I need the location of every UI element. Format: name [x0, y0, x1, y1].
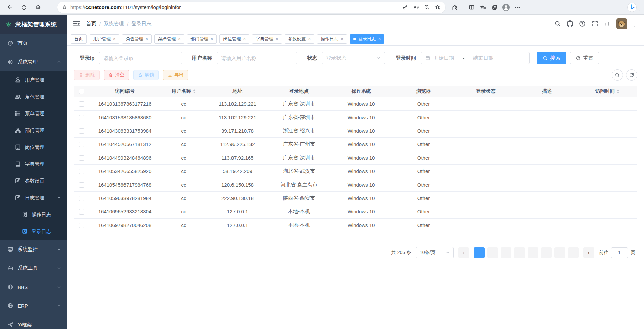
row-checkbox[interactable]: [79, 142, 84, 147]
row-checkbox[interactable]: [79, 223, 84, 228]
browser-home-button[interactable]: [32, 2, 44, 13]
column-header[interactable]: 用户名称: [160, 86, 207, 97]
zoom-out-icon[interactable]: [422, 3, 431, 12]
tab-close-icon[interactable]: ×: [146, 37, 148, 41]
row-checkbox[interactable]: [79, 155, 84, 161]
page-button[interactable]: [528, 247, 538, 258]
tab-close-icon[interactable]: ×: [308, 37, 311, 41]
tab[interactable]: 首页: [71, 34, 87, 44]
browser-refresh-button[interactable]: [18, 2, 30, 13]
browser-profile-avatar[interactable]: [501, 2, 511, 12]
sidebar-item[interactable]: Yi框架: [0, 315, 67, 329]
tab-close-icon[interactable]: ×: [243, 37, 246, 41]
sidebar-item[interactable]: 系统管理: [0, 53, 67, 71]
sidebar-collapse-icon[interactable]: [73, 20, 81, 27]
tab-close-icon[interactable]: ×: [341, 37, 343, 41]
address-bar[interactable]: https://ccnetcore.com:1101/system/log/lo…: [57, 2, 445, 13]
column-header[interactable]: 地址: [207, 86, 268, 97]
page-button[interactable]: [501, 247, 511, 258]
page-size-select[interactable]: 10条/页: [416, 247, 454, 258]
page-button[interactable]: [474, 247, 485, 258]
tab[interactable]: 登录日志 ×: [350, 34, 385, 44]
prev-page-button[interactable]: ‹: [458, 247, 469, 258]
next-page-button[interactable]: ›: [583, 247, 594, 258]
unlock-button[interactable]: 解锁: [133, 70, 159, 80]
tab[interactable]: 角色管理 ×: [122, 34, 152, 44]
row-checkbox[interactable]: [79, 209, 84, 215]
tab[interactable]: 操作日志 ×: [317, 34, 347, 44]
export-button[interactable]: 导出: [163, 70, 188, 80]
sidebar-item[interactable]: 岗位管理: [0, 139, 67, 156]
tab-close-icon[interactable]: ×: [378, 37, 381, 41]
read-aloud-icon[interactable]: [411, 3, 421, 12]
header-search-icon[interactable]: [554, 20, 561, 27]
page-button[interactable]: [568, 247, 579, 258]
row-checkbox[interactable]: [79, 196, 84, 201]
refresh-table-button[interactable]: [626, 69, 637, 81]
tab[interactable]: 字典管理 ×: [252, 34, 282, 44]
sidebar-item[interactable]: 系统工具: [0, 259, 67, 277]
tab-close-icon[interactable]: ×: [113, 37, 116, 41]
browser-menu-icon[interactable]: [512, 2, 523, 12]
sidebar-item[interactable]: BBS: [0, 277, 67, 296]
tab[interactable]: 部门管理 ×: [187, 34, 217, 44]
extensions-icon[interactable]: [450, 2, 460, 12]
page-button[interactable]: [487, 247, 498, 258]
fullscreen-icon[interactable]: [592, 20, 598, 27]
password-key-icon[interactable]: [400, 3, 410, 12]
column-header[interactable]: 访问编号: [90, 86, 160, 97]
split-screen-icon[interactable]: [467, 2, 477, 12]
sidebar-item[interactable]: 字典管理: [0, 156, 67, 172]
column-header[interactable]: 浏览器: [392, 86, 455, 97]
page-button[interactable]: [554, 247, 565, 258]
sidebar-item[interactable]: ERP: [0, 296, 67, 315]
reset-button[interactable]: 重置: [570, 52, 599, 64]
column-header[interactable]: 登录地点: [268, 86, 330, 97]
sidebar-item[interactable]: 操作日志: [0, 206, 67, 223]
column-header[interactable]: 描述: [517, 86, 577, 97]
page-button[interactable]: [514, 247, 525, 258]
column-header[interactable]: 操作系统: [330, 86, 392, 97]
clear-button[interactable]: 清空: [104, 70, 129, 80]
row-checkbox[interactable]: [79, 101, 84, 107]
row-checkbox[interactable]: [79, 128, 84, 134]
github-icon[interactable]: [567, 20, 573, 27]
tab-close-icon[interactable]: ×: [276, 37, 278, 41]
row-checkbox[interactable]: [79, 115, 84, 120]
sidebar-item[interactable]: 登录日志: [0, 223, 67, 240]
text-size-icon[interactable]: [604, 20, 611, 27]
help-icon[interactable]: [579, 20, 586, 27]
date-range-picker[interactable]: 开始日期 - 结束日期: [421, 52, 530, 64]
sidebar-item[interactable]: 日志管理: [0, 189, 67, 206]
column-header[interactable]: 登录状态: [455, 86, 517, 97]
login-ip-input[interactable]: [99, 52, 182, 64]
tab[interactable]: 菜单管理 ×: [154, 34, 184, 44]
bing-chat-button[interactable]: [627, 2, 641, 12]
site-lock-icon[interactable]: [62, 5, 67, 10]
tab-close-icon[interactable]: ×: [211, 37, 213, 41]
sidebar-item[interactable]: 首页: [0, 34, 67, 53]
user-name-input[interactable]: [217, 52, 297, 64]
status-select[interactable]: 登录状态: [322, 52, 385, 64]
sidebar-item[interactable]: 参数设置: [0, 172, 67, 189]
breadcrumb-home[interactable]: 首页: [86, 21, 96, 27]
favorites-icon[interactable]: [478, 2, 488, 12]
show-search-button[interactable]: [612, 69, 623, 81]
column-header[interactable]: 访问时间: [577, 86, 637, 97]
avatar-caret-icon[interactable]: [633, 24, 637, 28]
delete-button[interactable]: 删除: [74, 70, 100, 80]
bing-icon[interactable]: [627, 2, 637, 12]
row-checkbox[interactable]: [79, 169, 84, 174]
browser-back-button[interactable]: [4, 2, 15, 13]
tab[interactable]: 岗位管理 ×: [219, 34, 249, 44]
sidebar-item[interactable]: 用户管理: [0, 71, 67, 88]
row-checkbox[interactable]: [79, 182, 84, 188]
select-all-checkbox[interactable]: [79, 89, 84, 94]
search-button[interactable]: 搜索: [537, 52, 566, 64]
tab[interactable]: 参数设置 ×: [285, 34, 315, 44]
add-favorite-icon[interactable]: [433, 3, 442, 12]
sidebar-item[interactable]: 部门管理: [0, 122, 67, 139]
sidebar-item[interactable]: 系统监控: [0, 240, 67, 259]
tab[interactable]: 用户管理 ×: [90, 34, 119, 44]
sidebar-item[interactable]: 菜单管理: [0, 105, 67, 122]
